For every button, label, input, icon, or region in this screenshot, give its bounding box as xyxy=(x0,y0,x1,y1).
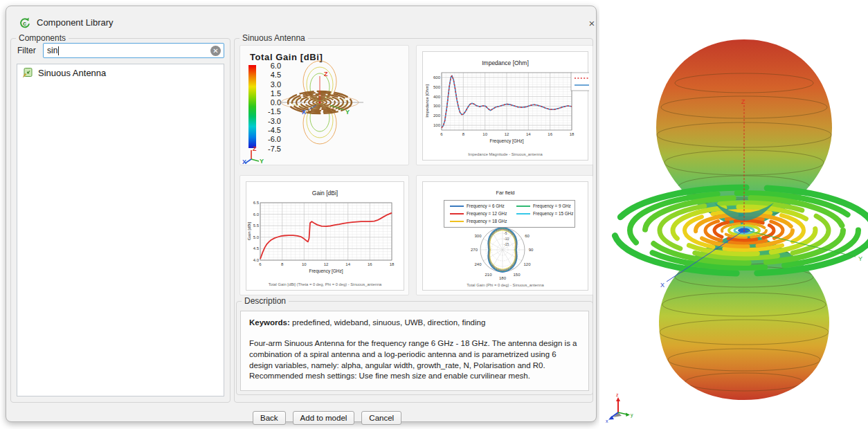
svg-text:Y: Y xyxy=(260,158,264,165)
svg-text:6: 6 xyxy=(440,132,443,136)
legend-color-sample xyxy=(450,221,464,222)
legend-label: Frequency = 15 GHz xyxy=(533,211,573,216)
svg-text:16: 16 xyxy=(548,132,552,136)
gain-caption: Total Gain [dBi] (Theta = 0 deg, Phi = 0… xyxy=(246,282,404,286)
component-library-icon: c xyxy=(18,16,32,30)
component-library-dialog: c Component Library × Components Filter … xyxy=(6,6,597,422)
svg-text:6.0: 6.0 xyxy=(253,212,260,217)
dialog-button-row: Back Add to model Cancel xyxy=(253,411,401,425)
tick-label: -4.5 xyxy=(259,126,281,135)
components-group: Components Filter sin ✕ Sinuous Antenna xyxy=(10,38,230,403)
tick-label: 0.0 xyxy=(259,98,281,107)
components-group-title: Components xyxy=(16,33,69,43)
legend-color-sample xyxy=(516,213,530,214)
svg-text:8: 8 xyxy=(462,132,465,136)
description-content: Keywords: predefined, wideband, sinuous,… xyxy=(240,311,589,391)
antenna-preview-3d: Z X Y xyxy=(280,57,406,148)
tick-label: -6.0 xyxy=(259,135,281,144)
back-button[interactable]: Back xyxy=(253,411,286,425)
legend-color-sample xyxy=(450,206,464,207)
impedance-y-axis-label: Impedance [Ohm] xyxy=(425,82,429,120)
filter-input[interactable]: sin ✕ xyxy=(43,43,224,58)
gain-chart: 6810121416184.04.55.05.56.06.5 Gain [dBi… xyxy=(246,181,404,291)
x-axis-label: X xyxy=(660,282,664,289)
clear-filter-icon[interactable]: ✕ xyxy=(210,46,221,56)
colorbar-ticks: 6.04.53.01.50.0-1.5-3.0-4.5-6.0-7.5 xyxy=(259,62,281,154)
svg-text:8: 8 xyxy=(281,262,284,266)
add-to-model-button[interactable]: Add to model xyxy=(293,411,355,425)
svg-text:100: 100 xyxy=(433,123,441,127)
gain-chart-panel: 6810121416184.04.55.05.56.06.5 Gain [dBi… xyxy=(239,175,409,295)
svg-text:18: 18 xyxy=(390,262,395,266)
tick-label: 4.5 xyxy=(259,71,281,80)
legend-item: Frequency = 9 GHz xyxy=(516,203,577,208)
legend-item: Frequency = 12 GHz xyxy=(450,211,516,216)
legend-item: Frequency = 18 GHz xyxy=(450,219,516,223)
z-axis-label: Z xyxy=(741,98,745,105)
svg-text:210: 210 xyxy=(485,273,492,277)
tick-label: -3.0 xyxy=(259,117,281,126)
svg-text:270: 270 xyxy=(471,248,478,252)
colorbar-gradient xyxy=(248,65,256,148)
radiation-pattern-3d: Z X Y z x y xyxy=(599,0,868,429)
legend-color-sample xyxy=(516,206,530,207)
svg-text:5.5: 5.5 xyxy=(253,223,260,228)
svg-text:14: 14 xyxy=(345,262,350,266)
close-icon[interactable]: × xyxy=(584,15,600,31)
svg-text:4.5: 4.5 xyxy=(253,246,260,250)
farfield-chart-title: Far field xyxy=(423,190,588,196)
gain-chart-title: Gain [dBi] xyxy=(246,190,404,197)
tick-label: -1.5 xyxy=(259,107,281,116)
x-axis-label: X xyxy=(302,109,306,116)
triad-x-label: x xyxy=(606,419,608,423)
list-item-label: Sinuous Antenna xyxy=(38,68,106,78)
filter-label: Filter xyxy=(17,46,36,55)
svg-text:200: 200 xyxy=(433,113,441,118)
tick-label: 1.5 xyxy=(259,89,281,98)
legend-color-sample xyxy=(450,213,464,214)
component-item-icon xyxy=(22,67,33,78)
svg-text:-10: -10 xyxy=(504,237,509,241)
svg-text:400: 400 xyxy=(433,95,441,99)
svg-text:5.0: 5.0 xyxy=(253,235,260,239)
impedance-x-axis-label: Frequency [GHz] xyxy=(437,138,576,143)
list-item-sinuous-antenna[interactable]: Sinuous Antenna xyxy=(17,64,224,81)
triad-y-label: y xyxy=(631,412,633,418)
svg-text:14: 14 xyxy=(526,132,531,136)
svg-text:X: X xyxy=(242,158,246,165)
svg-text:120: 120 xyxy=(523,262,531,266)
svg-text:c: c xyxy=(23,20,26,27)
svg-text:18: 18 xyxy=(570,132,575,136)
keywords-value: predefined, wideband, sinuous, UWB, dire… xyxy=(290,318,486,327)
svg-text:16: 16 xyxy=(368,262,372,266)
svg-text:240: 240 xyxy=(474,262,482,266)
y-axis-label: Y xyxy=(858,255,862,262)
components-list: Sinuous Antenna xyxy=(17,64,224,396)
keywords-label: Keywords: xyxy=(249,318,290,327)
impedance-chart-panel: 681012141618100200300400500600 Impedance… xyxy=(416,45,593,165)
svg-text:12: 12 xyxy=(505,132,509,136)
svg-text:10: 10 xyxy=(302,262,307,266)
keywords-line: Keywords: predefined, wideband, sinuous,… xyxy=(249,318,580,329)
cancel-button[interactable]: Cancel xyxy=(361,411,401,425)
dialog-title: Component Library xyxy=(37,17,114,28)
impedance-caption: Impedance Magnitude - Sinuous_antenna xyxy=(423,152,588,156)
legend-label: Frequency = 12 GHz xyxy=(467,211,507,216)
tick-label: 3.0 xyxy=(259,80,281,89)
farfield-chart-panel: Far field Frequency = 6 GHzFrequency = 9… xyxy=(416,175,593,295)
z-axis-label: Z xyxy=(324,71,328,77)
viewport-triad-icon: z x y xyxy=(606,392,633,423)
svg-text:300: 300 xyxy=(433,104,441,108)
y-axis-label: Y xyxy=(345,109,350,116)
farfield-caption: Total Gain (Phi = 0 deg) - Sinuous_anten… xyxy=(423,283,588,287)
filter-value: sin xyxy=(47,46,57,55)
svg-text:12: 12 xyxy=(324,262,329,266)
total-gain-preview-panel: Total Gain [dBi] 6.04.53.01.50.0-1.5-3.0… xyxy=(239,45,409,165)
legend-label: Frequency = 6 GHz xyxy=(467,203,505,208)
gain-x-axis-label: Frequency [GHz] xyxy=(257,268,395,273)
3d-viewport[interactable]: Z X Y z x y Total Gain [dBi] 5.0004.0003… xyxy=(599,0,868,429)
text-caret xyxy=(58,46,59,55)
impedance-chart-plot: 681012141618100200300400500600 xyxy=(423,52,589,161)
svg-text:10: 10 xyxy=(482,132,487,136)
svg-text:600: 600 xyxy=(433,75,441,80)
